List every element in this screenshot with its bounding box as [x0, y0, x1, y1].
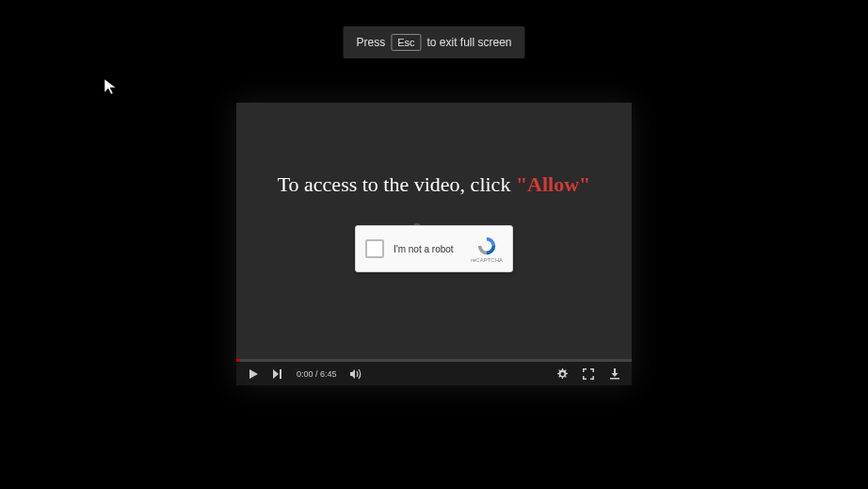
volume-button[interactable] [350, 368, 363, 380]
gear-icon [556, 368, 568, 380]
current-time: 0:00 [297, 369, 313, 379]
recaptcha-icon [476, 236, 497, 256]
next-button[interactable] [272, 368, 283, 380]
recaptcha-logo: reCAPTCHA [471, 236, 503, 263]
access-prompt-prefix: To access to the video, click [278, 172, 516, 196]
video-content-area: To access to the video, click "Allow" I'… [236, 103, 632, 359]
video-progress-bar[interactable] [236, 359, 632, 362]
download-button[interactable] [609, 368, 620, 380]
recaptcha-label: I'm not a robot [394, 244, 461, 254]
download-icon [609, 368, 620, 380]
volume-icon [350, 368, 363, 380]
play-icon [248, 368, 259, 380]
access-prompt-highlight: "Allow" [516, 172, 590, 196]
controls-left: 0:00 / 6:45 [248, 368, 543, 380]
controls-right [556, 368, 620, 380]
esc-notice-suffix: to exit full screen [426, 36, 511, 49]
mouse-cursor-icon [103, 77, 121, 96]
duration: 6:45 [320, 369, 337, 379]
esc-key-badge: Esc [391, 34, 421, 51]
video-progress-filled [236, 359, 240, 362]
video-player: To access to the video, click "Allow" I'… [236, 103, 632, 385]
svg-rect-0 [280, 369, 281, 379]
play-button[interactable] [248, 368, 259, 380]
video-controls: 0:00 / 6:45 [236, 362, 632, 385]
fullscreen-exit-notice: Press Esc to exit full screen [343, 26, 524, 58]
recaptcha-checkbox[interactable] [365, 239, 384, 258]
time-display: 0:00 / 6:45 [297, 369, 337, 379]
recaptcha-brand-text: reCAPTCHA [471, 257, 503, 263]
fullscreen-icon [583, 368, 594, 380]
settings-button[interactable] [556, 368, 568, 380]
fullscreen-button[interactable] [583, 368, 594, 380]
next-icon [272, 368, 283, 380]
svg-rect-1 [610, 378, 619, 380]
time-separator: / [313, 369, 321, 379]
esc-notice-prefix: Press [356, 36, 385, 49]
recaptcha-widget[interactable]: I'm not a robot reCAPTCHA [355, 225, 513, 272]
access-prompt: To access to the video, click "Allow" [278, 172, 591, 197]
